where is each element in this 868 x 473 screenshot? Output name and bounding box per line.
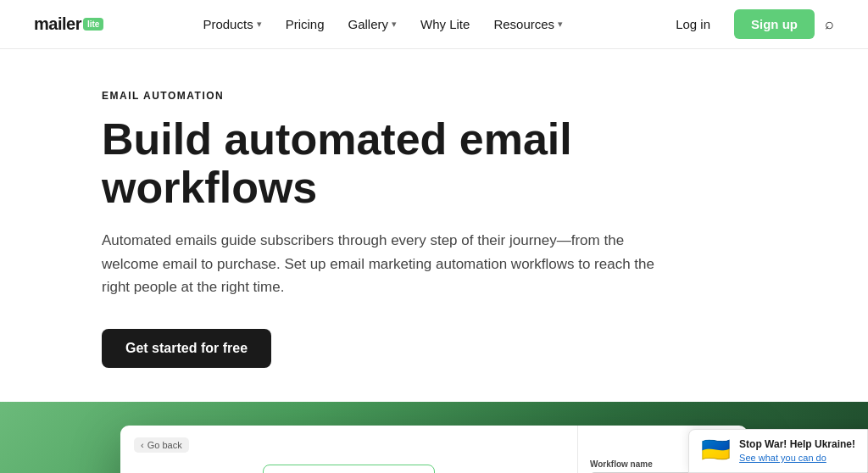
chevron-down-icon: ▾	[392, 19, 397, 30]
workflow-card: ‹ Go back When subscriber joins a group …	[120, 426, 748, 473]
go-back-button[interactable]: ‹ Go back	[134, 437, 189, 453]
chevron-left-icon: ‹	[141, 440, 144, 450]
logo-text: mailer	[34, 14, 81, 34]
logo[interactable]: mailer lite	[34, 14, 103, 34]
logo-badge: lite	[83, 18, 103, 31]
workflow-main: ‹ Go back When subscriber joins a group …	[120, 426, 578, 473]
hero-eyebrow: EMAIL AUTOMATION	[102, 90, 766, 102]
hero-title: Build automated email workflows	[102, 115, 695, 212]
nav-gallery[interactable]: Gallery ▾	[338, 10, 408, 38]
signup-button[interactable]: Sign up	[734, 9, 815, 39]
search-icon[interactable]: ⌕	[825, 15, 834, 33]
ukraine-banner: 🇺🇦 Stop War! Help Ukraine! See what you …	[688, 429, 868, 473]
chevron-down-icon: ▾	[558, 19, 563, 30]
ukraine-text: Stop War! Help Ukraine! See what you can…	[739, 438, 855, 464]
login-button[interactable]: Log in	[662, 10, 724, 38]
nav-products[interactable]: Products ▾	[192, 10, 271, 38]
nav-actions: Log in Sign up ⌕	[662, 9, 834, 39]
hero-section: EMAIL AUTOMATION Build automated email w…	[0, 49, 868, 402]
workflow-node: When subscriber joins a group New Subscr…	[263, 465, 435, 473]
hero-description: Automated emails guide subscribers throu…	[102, 229, 678, 298]
chevron-down-icon: ▾	[257, 19, 262, 30]
nav-links: Products ▾ Pricing Gallery ▾ Why Lite Re…	[192, 10, 573, 38]
nav-why-lite[interactable]: Why Lite	[410, 10, 480, 38]
ukraine-link[interactable]: See what you can do	[739, 453, 826, 463]
navbar: mailer lite Products ▾ Pricing Gallery ▾…	[0, 0, 868, 49]
ukraine-flag-icon: 🇺🇦	[701, 438, 731, 462]
ukraine-title: Stop War! Help Ukraine!	[739, 438, 855, 450]
cta-button[interactable]: Get started for free	[102, 329, 271, 368]
nav-pricing[interactable]: Pricing	[275, 10, 335, 38]
nav-resources[interactable]: Resources ▾	[483, 10, 573, 38]
